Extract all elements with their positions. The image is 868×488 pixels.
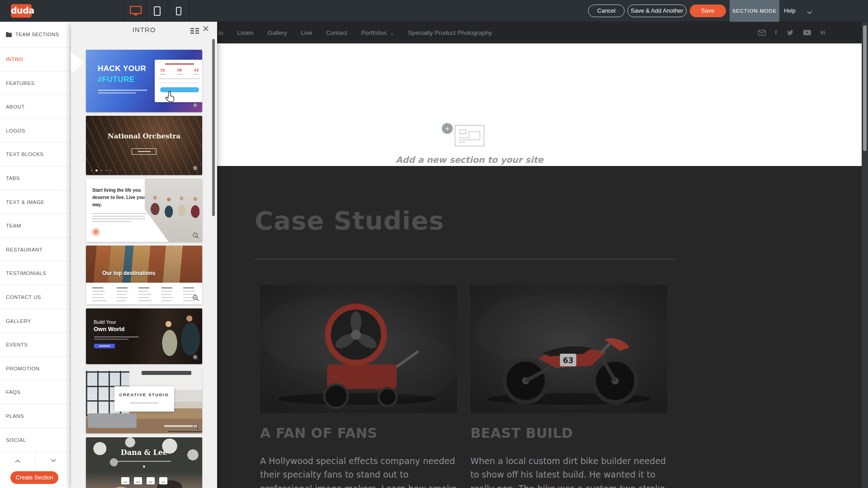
zoom-preview-icon[interactable] <box>193 103 199 109</box>
case-study-text: A Hollywood special effects company need… <box>260 454 457 488</box>
sidebar-item[interactable]: FAQS <box>0 380 71 404</box>
zoom-preview-icon[interactable] <box>193 166 199 172</box>
zoom-preview-icon[interactable] <box>193 424 199 430</box>
template-thumb-national-orchestra[interactable]: National Orchestra <box>86 116 202 175</box>
thumb-headline: National Orchestra <box>86 132 202 140</box>
site-nav-item[interactable]: Live <box>301 29 312 36</box>
sidebar-item[interactable]: ABOUT <box>0 95 71 119</box>
cancel-button[interactable]: Cancel <box>588 5 625 17</box>
sidebar-item[interactable]: TESTIMONIALS <box>0 261 71 285</box>
top-bar: duda Cancel Save & Add Another Save SECT… <box>0 0 868 22</box>
sidebar-item[interactable]: RESTAURANT <box>0 238 71 262</box>
twitter-icon[interactable] <box>787 30 794 36</box>
sidebar-item[interactable]: SOCIAL <box>0 428 71 452</box>
sidebar-item[interactable]: TEAM <box>0 214 71 238</box>
chevron-down-icon <box>51 457 56 462</box>
add-section-illustration: + <box>442 123 496 150</box>
facebook-icon[interactable]: f <box>775 29 777 36</box>
thumb-headline: Dana & Lee <box>86 448 202 457</box>
section-wireframe-icon <box>455 125 484 147</box>
countdown-boxes <box>86 477 202 484</box>
carousel-dots <box>91 170 111 172</box>
thumb-headline: CREATIVE STUDIO <box>114 392 174 397</box>
thumb-cta-button <box>94 344 115 348</box>
divider <box>255 259 675 260</box>
site-nav-item[interactable]: Contact <box>326 29 347 36</box>
countdown-number: 43 <box>194 68 199 75</box>
template-thumb-dana-and-lee[interactable]: Dana & Lee ▼ <box>86 437 202 488</box>
email-icon[interactable] <box>758 30 766 36</box>
close-icon[interactable]: ✕ <box>202 24 209 34</box>
sidebar-item[interactable]: FEATURES <box>0 71 71 95</box>
device-switcher <box>124 0 190 22</box>
panel-scrollbar-thumb[interactable] <box>212 39 215 216</box>
site-nav-item[interactable]: Listen <box>237 29 254 36</box>
folder-icon <box>6 32 12 37</box>
thumb-cta-button <box>160 87 199 92</box>
section-mode-badge: SECTION MODE <box>730 0 779 22</box>
site-nav-item[interactable]: Portfolios <box>361 29 394 36</box>
sidebar-item[interactable]: PLANS <box>0 404 71 428</box>
sidebar-item[interactable]: INTRO <box>0 47 71 71</box>
site-nav-item[interactable]: Specialty Product Photography <box>408 29 492 36</box>
linkedin-icon[interactable]: in <box>821 29 825 36</box>
duda-logo[interactable]: duda <box>11 4 32 18</box>
case-studies-heading: Case Studies <box>255 206 444 235</box>
sidebar-item[interactable]: EVENTS <box>0 333 71 357</box>
site-nav-item[interactable]: io <box>218 29 223 36</box>
destinations-table <box>92 287 196 303</box>
zoom-preview-icon[interactable] <box>193 355 199 361</box>
youtube-icon[interactable] <box>803 30 811 35</box>
sidebar-item[interactable]: LOGOS <box>0 119 71 143</box>
intro-sections-panel: INTRO ✕ HACK YOUR #FUTURE 01 08 43 <box>71 22 217 488</box>
thumb-headline: Build Your <box>94 319 116 325</box>
bike-number: 63 <box>563 356 574 365</box>
scroll-up-button[interactable] <box>0 452 36 469</box>
sidebar-item[interactable]: CONTACT US <box>0 285 71 309</box>
desktop-view-button[interactable] <box>124 0 146 22</box>
sidebar-item[interactable]: TEXT & IMAGE <box>0 190 71 214</box>
thumb-headline: Our top destinations <box>102 270 155 276</box>
template-thumb-creative-studio[interactable]: CREATIVE STUDIO <box>86 367 202 433</box>
case-study-title: BEAST BUILD <box>470 425 667 441</box>
case-study-card-fan: A FAN OF FANS A Hollywood special effect… <box>260 285 457 488</box>
phone-view-button[interactable] <box>168 0 190 22</box>
template-thumb-top-destinations[interactable]: Our top destinations <box>86 246 202 304</box>
sidebar-item[interactable]: GALLERY <box>0 309 71 333</box>
layout-toggle-icon[interactable] <box>190 28 199 36</box>
template-thumb-build-your-own-world[interactable]: Build Your Own World <box>86 308 202 364</box>
duda-editor: ioListenGalleryLiveContactPortfoliosSpec… <box>0 0 868 488</box>
tablet-view-button[interactable] <box>146 0 168 22</box>
template-thumb-start-living[interactable]: Start living the life you deserve to liv… <box>86 179 202 242</box>
save-button[interactable]: Save <box>690 5 726 17</box>
preview-scrollbar[interactable] <box>862 22 868 488</box>
sidebar-header: TEAM SECTIONS <box>0 22 71 47</box>
thumb-photo <box>86 246 202 283</box>
heart-icon: ▼ <box>86 464 202 469</box>
thumb-headline: Start living the life you deserve to liv… <box>92 187 149 208</box>
chevron-down-icon[interactable] <box>807 9 812 14</box>
sidebar-item[interactable]: TEXT BLOCKS <box>0 142 71 166</box>
sidebar-item[interactable]: TABS <box>0 166 71 190</box>
preview-scrollbar-thumb[interactable] <box>863 25 867 151</box>
case-study-title: A FAN OF FANS <box>260 425 457 441</box>
countdown-card: 01 08 43 <box>155 60 202 102</box>
zoom-preview-icon[interactable] <box>193 232 199 239</box>
countdown-number: 01 <box>160 68 166 75</box>
site-nav-item[interactable]: Gallery <box>268 29 287 36</box>
case-study-text: When a local custom dirt bike builder ne… <box>470 454 667 488</box>
sidebar-item[interactable]: PROMOTION <box>0 357 71 381</box>
template-thumb-hack-your-future[interactable]: HACK YOUR #FUTURE 01 08 43 <box>86 50 202 112</box>
sections-sidebar: TEAM SECTIONS INTROFEATURESABOUTLOGOSTEX… <box>0 22 71 488</box>
thumb-headline: #FUTURE <box>98 75 135 84</box>
thumb-headline: HACK YOUR <box>98 64 146 73</box>
create-section-button[interactable]: Create Section <box>10 471 58 484</box>
zoom-preview-icon[interactable] <box>193 295 199 301</box>
plus-circle-icon: + <box>442 123 453 134</box>
thumb-cta-button <box>132 148 157 155</box>
help-menu[interactable]: Help <box>784 0 796 22</box>
scroll-down-button[interactable] <box>36 452 71 469</box>
save-add-another-button[interactable]: Save & Add Another <box>627 5 687 17</box>
thumb-headline: Own World <box>94 326 124 332</box>
case-study-cards: A FAN OF FANS A Hollywood special effect… <box>260 285 667 488</box>
